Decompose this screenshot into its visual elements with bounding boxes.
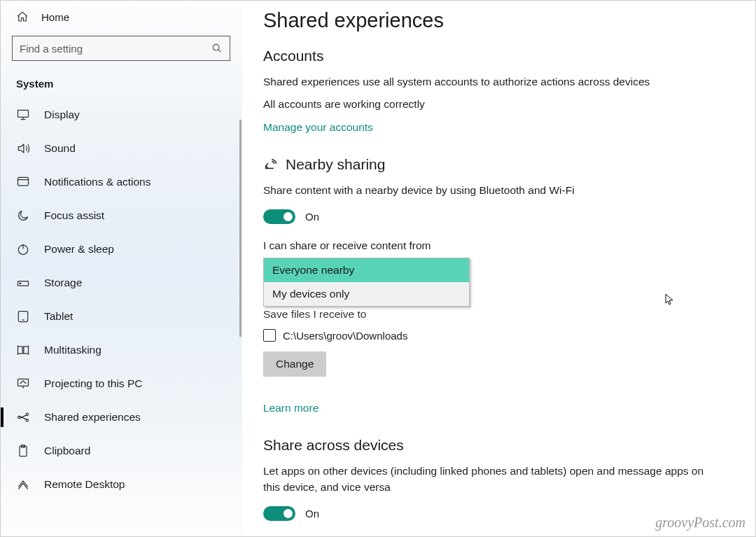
- save-path: C:\Users\groov\Downloads: [283, 330, 407, 342]
- tablet-icon: [16, 309, 30, 323]
- sidebar-section-label: System: [1, 68, 241, 98]
- save-files-label: Save files I receive to: [263, 308, 734, 321]
- sidebar-item-storage[interactable]: Storage: [1, 266, 241, 300]
- across-desc: Let apps on other devices (including lin…: [263, 463, 711, 495]
- sidebar-item-label: Focus assist: [44, 209, 104, 222]
- sound-icon: [16, 141, 30, 155]
- home-icon: [16, 11, 29, 23]
- shared-icon: [16, 410, 30, 424]
- sidebar-item-label: Tablet: [44, 310, 73, 323]
- sidebar-item-power-sleep[interactable]: Power & sleep: [1, 232, 241, 266]
- sidebar-item-focus-assist[interactable]: Focus assist: [1, 199, 241, 232]
- main-content: Shared experiences Accounts Shared exper…: [242, 1, 755, 536]
- sidebar-item-label: Display: [44, 109, 80, 121]
- share-from-label: I can share or receive content from: [263, 239, 734, 252]
- accounts-heading: Accounts: [263, 48, 734, 64]
- svg-rect-8: [24, 347, 29, 354]
- sidebar-item-label: Multitasking: [44, 344, 102, 356]
- nearby-section: Nearby sharing Share content with a near…: [263, 156, 734, 414]
- notification-icon: [16, 175, 30, 189]
- across-heading: Share across devices: [263, 437, 734, 454]
- sidebar-item-label: Shared experiences: [44, 411, 141, 424]
- sidebar-item-notifications-actions[interactable]: Notifications & actions: [1, 165, 241, 199]
- svg-point-10: [18, 416, 20, 418]
- nearby-toggle[interactable]: [263, 209, 295, 224]
- share-from-dropdown[interactable]: Everyone nearby My devices only: [263, 258, 470, 307]
- sidebar-item-remote-desktop[interactable]: Remote Desktop: [1, 468, 241, 501]
- monitor-icon: [16, 108, 30, 122]
- sidebar-item-projecting-to-this-pc[interactable]: Projecting to this PC: [1, 367, 241, 400]
- watermark: groovyPost.com: [655, 515, 746, 531]
- sidebar: Home System DisplaySoundNotifications & …: [1, 1, 242, 536]
- change-button[interactable]: Change: [263, 351, 326, 377]
- power-icon: [16, 242, 30, 256]
- across-toggle[interactable]: [263, 506, 295, 521]
- share-icon: [263, 157, 279, 172]
- svg-rect-9: [18, 379, 29, 386]
- sidebar-item-label: Storage: [44, 277, 82, 289]
- accounts-status: All accounts are working correctly: [263, 97, 711, 112]
- sidebar-list: DisplaySoundNotifications & actionsFocus…: [1, 98, 241, 501]
- learn-more-link[interactable]: Learn more: [263, 402, 318, 414]
- nearby-toggle-label: On: [305, 211, 319, 223]
- moon-icon: [16, 209, 30, 223]
- storage-icon: [16, 276, 30, 290]
- nearby-heading: Nearby sharing: [263, 156, 734, 173]
- across-section: Share across devices Let apps on other d…: [263, 437, 734, 521]
- sidebar-scrollbar[interactable]: [239, 120, 241, 337]
- sidebar-item-label: Notifications & actions: [44, 176, 151, 188]
- home-label: Home: [41, 11, 69, 23]
- sidebar-item-display[interactable]: Display: [1, 98, 241, 132]
- settings-window: Home System DisplaySoundNotifications & …: [0, 0, 756, 537]
- project-icon: [16, 377, 30, 391]
- sidebar-item-label: Clipboard: [44, 445, 90, 457]
- folder-icon: [263, 329, 276, 342]
- svg-rect-1: [18, 110, 29, 117]
- multitask-icon: [16, 343, 30, 357]
- sidebar-item-label: Remote Desktop: [44, 478, 125, 491]
- sidebar-item-clipboard[interactable]: Clipboard: [1, 434, 241, 468]
- sidebar-item-sound[interactable]: Sound: [1, 132, 241, 165]
- sidebar-item-label: Projecting to this PC: [44, 377, 142, 390]
- dropdown-option-everyone[interactable]: Everyone nearby: [264, 258, 469, 282]
- search-field[interactable]: [20, 43, 211, 55]
- svg-rect-7: [18, 347, 23, 354]
- search-icon: [211, 43, 223, 54]
- home-nav[interactable]: Home: [1, 1, 241, 30]
- svg-point-0: [213, 44, 219, 50]
- sidebar-item-shared-experiences[interactable]: Shared experiences: [1, 400, 241, 434]
- clipboard-icon: [16, 444, 30, 458]
- accounts-section: Accounts Shared experiences use all syst…: [263, 48, 734, 134]
- svg-point-5: [20, 283, 21, 284]
- svg-rect-2: [18, 177, 29, 186]
- sidebar-item-label: Power & sleep: [44, 243, 114, 256]
- page-title: Shared experiences: [263, 9, 734, 32]
- sidebar-item-label: Sound: [44, 142, 76, 155]
- svg-point-12: [26, 419, 28, 421]
- across-toggle-label: On: [305, 508, 319, 519]
- remote-icon: [16, 477, 30, 491]
- sidebar-item-tablet[interactable]: Tablet: [1, 300, 241, 333]
- sidebar-item-multitasking[interactable]: Multitasking: [1, 333, 241, 367]
- search-input[interactable]: [12, 36, 230, 61]
- svg-point-11: [26, 413, 28, 415]
- nearby-desc: Share content with a nearby device by us…: [263, 183, 711, 198]
- manage-accounts-link[interactable]: Manage your accounts: [263, 121, 373, 134]
- dropdown-option-mydevices[interactable]: My devices only: [264, 282, 469, 306]
- accounts-desc: Shared experiences use all system accoun…: [263, 74, 711, 90]
